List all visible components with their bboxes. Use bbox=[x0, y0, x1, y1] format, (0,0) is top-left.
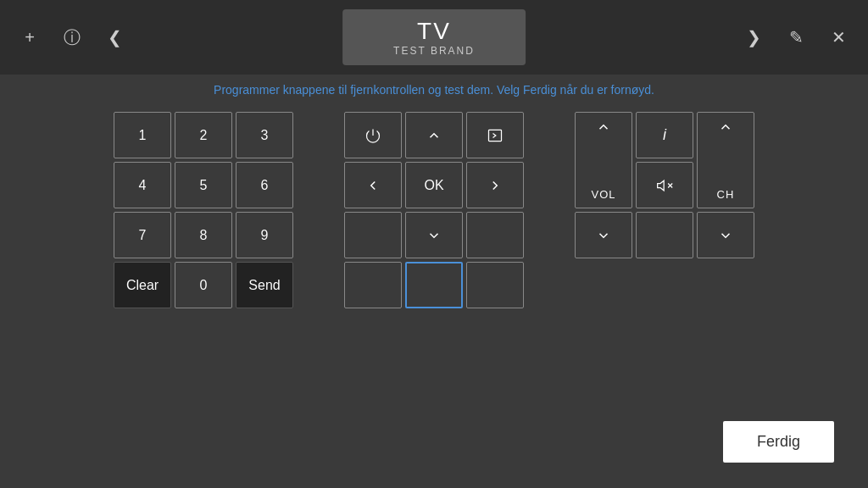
right-center-empty[interactable] bbox=[636, 212, 693, 258]
mute-button[interactable] bbox=[636, 162, 693, 208]
ferdig-button[interactable]: Ferdig bbox=[723, 421, 834, 463]
down-button[interactable] bbox=[405, 212, 463, 258]
vol-up-button[interactable]: VOL bbox=[575, 112, 632, 208]
ctrl-highlighted[interactable] bbox=[405, 262, 463, 308]
control-pad: OK bbox=[344, 112, 524, 308]
ch-up-button[interactable]: CH bbox=[697, 112, 754, 208]
input-button[interactable] bbox=[466, 112, 524, 158]
ctrl-empty-3[interactable] bbox=[344, 262, 402, 308]
ctrl-empty-1[interactable] bbox=[344, 212, 402, 258]
vol-down-button[interactable] bbox=[575, 212, 632, 258]
add-icon[interactable]: + bbox=[17, 25, 42, 50]
power-button[interactable] bbox=[344, 112, 402, 158]
edit-icon[interactable]: ✎ bbox=[783, 25, 809, 50]
ctrl-empty-4[interactable] bbox=[466, 262, 524, 308]
info-btn[interactable]: i bbox=[636, 112, 693, 158]
header-center: TV TEST BRAND bbox=[342, 9, 526, 65]
ok-button[interactable]: OK bbox=[405, 162, 463, 208]
num-5[interactable]: 5 bbox=[175, 162, 232, 208]
tv-brand: TEST BRAND bbox=[393, 45, 475, 57]
right-button[interactable] bbox=[466, 162, 524, 208]
left-button[interactable] bbox=[344, 162, 402, 208]
ch-down-button[interactable] bbox=[697, 212, 754, 258]
back-icon[interactable]: ❮ bbox=[102, 25, 127, 50]
num-3[interactable]: 3 bbox=[236, 112, 293, 158]
num-9[interactable]: 9 bbox=[236, 212, 293, 258]
main-content: 1 2 3 4 5 6 7 8 9 Clear 0 Send bbox=[0, 103, 868, 317]
instruction-text: Programmer knappene til fjernkontrollen … bbox=[0, 75, 868, 103]
forward-icon[interactable]: ❯ bbox=[741, 25, 766, 50]
svg-marker-1 bbox=[658, 180, 665, 191]
right-pad: VOL i CH bbox=[575, 112, 754, 258]
num-1[interactable]: 1 bbox=[114, 112, 171, 158]
num-6[interactable]: 6 bbox=[236, 162, 293, 208]
send-button[interactable]: Send bbox=[236, 262, 293, 308]
info-icon[interactable]: ⓘ bbox=[59, 25, 85, 50]
num-2[interactable]: 2 bbox=[175, 112, 232, 158]
clear-button[interactable]: Clear bbox=[114, 262, 171, 308]
close-icon[interactable]: ✕ bbox=[826, 25, 851, 50]
up-button[interactable] bbox=[405, 112, 463, 158]
tv-title: TV bbox=[393, 18, 475, 45]
header: + ⓘ ❮ TV TEST BRAND ❯ ✎ ✕ bbox=[0, 0, 868, 75]
header-left: + ⓘ ❮ bbox=[17, 25, 127, 50]
header-right: ❯ ✎ ✕ bbox=[741, 25, 851, 50]
num-8[interactable]: 8 bbox=[175, 212, 232, 258]
num-7[interactable]: 7 bbox=[114, 212, 171, 258]
num-0[interactable]: 0 bbox=[175, 262, 232, 308]
ctrl-empty-2[interactable] bbox=[466, 212, 524, 258]
numeric-pad: 1 2 3 4 5 6 7 8 9 Clear 0 Send bbox=[114, 112, 293, 308]
num-4[interactable]: 4 bbox=[114, 162, 171, 208]
